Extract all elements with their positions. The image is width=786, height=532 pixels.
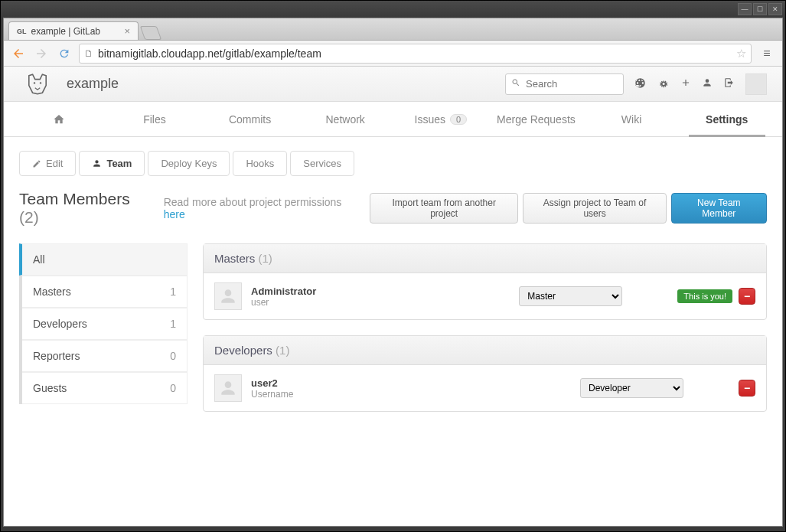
page-title: Team Members (2)	[19, 190, 152, 227]
user-avatar[interactable]	[745, 73, 767, 95]
group-heading: Masters (1)	[204, 244, 766, 273]
globe-icon[interactable]	[634, 77, 646, 91]
os-window: — ☐ ✕ GL example | GitLab × 🗋	[0, 0, 786, 532]
member-role-select[interactable]: Developer	[580, 378, 683, 398]
project-nav: Files Commits Network Issues 0 Merge Req…	[4, 102, 782, 137]
person-icon	[92, 158, 102, 168]
remove-member-button[interactable]: −	[739, 288, 755, 305]
subtab-services[interactable]: Services	[290, 151, 354, 176]
page-header-row: Team Members (2) Read more about project…	[19, 190, 767, 227]
subtab-deploy-keys[interactable]: Deploy Keys	[148, 151, 230, 176]
nav-wiki[interactable]: Wiki	[584, 102, 680, 136]
new-tab-button[interactable]	[140, 26, 162, 40]
nav-issues[interactable]: Issues 0	[393, 102, 489, 136]
filter-masters[interactable]: Masters 1	[22, 276, 188, 308]
subtab-hooks[interactable]: Hooks	[233, 151, 287, 176]
member-username: user	[251, 297, 316, 308]
member-role-wrap: Developer	[580, 378, 683, 398]
project-title: example	[67, 76, 119, 92]
browser-frame: GL example | GitLab × 🗋 ☆ ≡	[3, 18, 783, 527]
browser-tab[interactable]: GL example | GitLab ×	[8, 21, 139, 40]
browser-tabbar: GL example | GitLab ×	[4, 18, 782, 41]
nav-files[interactable]: Files	[107, 102, 203, 136]
nav-commits[interactable]: Commits	[202, 102, 298, 136]
nav-settings[interactable]: Settings	[679, 102, 775, 136]
reload-button[interactable]	[56, 45, 73, 62]
subtab-label: Edit	[46, 158, 63, 169]
filter-developers[interactable]: Developers 1	[22, 308, 188, 340]
permissions-hint: Read more about project permissions here	[164, 196, 362, 220]
app-logo[interactable]	[19, 72, 56, 96]
window-titlebar: — ☐ ✕	[1, 1, 785, 18]
subtab-edit[interactable]: Edit	[19, 151, 76, 176]
fox-logo-icon	[25, 72, 50, 96]
member-avatar	[214, 282, 242, 310]
remove-member-button[interactable]: −	[739, 380, 755, 397]
search-input[interactable]	[505, 73, 624, 95]
group-masters: Masters (1) Administrator user	[203, 243, 767, 320]
window-minimize-button[interactable]: —	[738, 3, 752, 15]
search-icon	[511, 78, 520, 90]
signout-icon[interactable]	[723, 77, 735, 90]
nav-label: Commits	[229, 113, 271, 126]
subtab-label: Deploy Keys	[161, 158, 217, 169]
browser-menu-button[interactable]: ≡	[758, 44, 776, 63]
window-close-button[interactable]: ✕	[768, 3, 782, 15]
content-area: Edit Team Deploy Keys Hooks Services Tea…	[4, 137, 782, 441]
members-main: Masters (1) Administrator user	[203, 243, 767, 427]
group-count: (1)	[259, 252, 272, 265]
member-info: user2 Username	[251, 377, 293, 400]
page-icon: 🗋	[84, 48, 93, 59]
nav-label: Files	[143, 113, 166, 126]
pencil-icon	[32, 159, 41, 168]
tab-title: example | GitLab	[31, 26, 101, 37]
permissions-link[interactable]: here	[164, 208, 185, 220]
member-name: Administrator	[251, 286, 316, 297]
tab-favicon: GL	[17, 28, 27, 35]
subtab-label: Team	[106, 158, 132, 169]
assign-team-button[interactable]: Assign project to Team of users	[523, 193, 666, 224]
user-icon[interactable]	[702, 77, 713, 90]
filter-label: Reporters	[33, 350, 80, 362]
page-action-buttons: Import team from another project Assign …	[370, 193, 767, 224]
new-team-member-button[interactable]: New Team Member	[671, 193, 767, 224]
nav-label: Network	[326, 113, 365, 126]
filter-count: 0	[170, 350, 176, 362]
bookmark-star-icon[interactable]: ☆	[736, 47, 746, 60]
import-team-button[interactable]: Import team from another project	[370, 193, 519, 224]
gears-icon[interactable]	[657, 77, 670, 91]
member-avatar	[214, 374, 242, 402]
svg-point-1	[40, 82, 41, 83]
filter-label: Developers	[33, 318, 87, 330]
filter-label: Guests	[33, 382, 67, 394]
nav-label: Issues	[415, 113, 445, 126]
plus-icon[interactable]	[680, 77, 691, 90]
member-info: Administrator user	[251, 286, 316, 308]
forward-button[interactable]	[33, 45, 50, 62]
browser-toolbar: 🗋 ☆ ≡	[4, 41, 782, 67]
filter-label: All	[33, 253, 45, 266]
nav-home[interactable]	[11, 102, 107, 136]
nav-merge-requests[interactable]: Merge Requests	[488, 102, 584, 136]
url-input[interactable]	[98, 47, 732, 60]
member-role-select[interactable]: Master	[519, 286, 622, 306]
url-bar[interactable]: 🗋 ☆	[79, 44, 752, 64]
member-role-wrap: Master	[519, 286, 622, 306]
header-right	[505, 73, 767, 95]
permissions-hint-text: Read more about project permissions	[164, 196, 342, 208]
nav-label: Settings	[706, 113, 748, 126]
page-title-text: Team Members	[19, 190, 130, 207]
page-body: example	[4, 67, 782, 526]
tab-close-icon[interactable]: ×	[124, 25, 130, 37]
nav-label: Wiki	[621, 113, 641, 126]
window-maximize-button[interactable]: ☐	[753, 3, 767, 15]
subtab-team[interactable]: Team	[79, 151, 145, 176]
filter-guests[interactable]: Guests 0	[22, 372, 188, 404]
search-field-wrap	[505, 73, 624, 95]
nav-network[interactable]: Network	[298, 102, 393, 136]
filter-label: Masters	[33, 286, 71, 298]
filter-all[interactable]: All	[19, 243, 188, 276]
team-columns: All Masters 1 Developers 1 Rep	[19, 243, 767, 427]
filter-reporters[interactable]: Reporters 0	[22, 340, 188, 372]
back-button[interactable]	[10, 45, 27, 62]
